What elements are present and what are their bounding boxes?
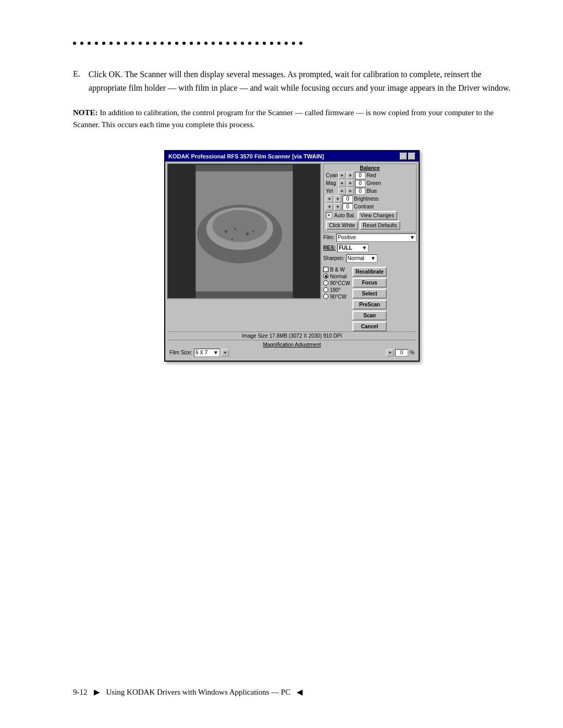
dot-30: [292, 42, 295, 45]
film-row: Film: Positive ▼: [323, 233, 417, 242]
deg180-radio[interactable]: [323, 287, 328, 292]
film-label: Film:: [323, 235, 335, 240]
normal-radio[interactable]: [323, 274, 328, 279]
mag-value: 0: [355, 180, 365, 187]
res-select[interactable]: FULL ▼: [337, 244, 369, 252]
mag-minus-btn[interactable]: +: [338, 180, 346, 187]
dot-26: [263, 42, 266, 45]
minimize-button[interactable]: −: [400, 153, 407, 160]
deg180-row: 180°: [323, 287, 350, 293]
red-channel-label: Red: [366, 172, 381, 178]
svg-rect-2: [293, 165, 320, 298]
dot-13: [168, 42, 171, 45]
step-e-label: E.: [73, 68, 80, 94]
maximize-button[interactable]: □: [408, 153, 415, 160]
bw-label: B & W: [330, 267, 345, 273]
res-label: RES:: [323, 245, 336, 251]
reset-defaults-btn[interactable]: Reset Defaults: [360, 221, 400, 230]
scan-btn[interactable]: Scan: [352, 311, 387, 320]
svg-point-7: [225, 230, 228, 233]
image-size-bar: Image Size 17.8MB (3072 X 2030) 910 DPI: [167, 331, 417, 340]
note-bold-prefix: NOTE:: [73, 108, 98, 117]
ccw90-label: 90°CCW: [330, 280, 350, 286]
green-channel-label: Green: [366, 180, 381, 186]
contrast-minus-btn[interactable]: +: [326, 203, 333, 211]
mag-plus-btn[interactable]: +: [347, 180, 354, 187]
mag-spacer: [230, 349, 238, 356]
contrast-plus-btn[interactable]: +: [334, 203, 341, 211]
dialog-titlebar: KODAK Professional RFS 3570 Film Scanner…: [165, 151, 419, 162]
balance-row-cyan: Cyan + + 0 Red: [326, 172, 414, 179]
recalibrate-btn[interactable]: Recalibrate: [352, 267, 387, 277]
scanner-dialog: KODAK Professional RFS 3570 Film Scanner…: [164, 150, 420, 362]
view-changes-btn[interactable]: View Changes: [358, 211, 397, 220]
cyan-plus-btn[interactable]: +: [347, 172, 354, 179]
prescan-btn[interactable]: PreScan: [352, 300, 387, 310]
dot-6: [117, 42, 120, 45]
mag-label: Mag: [326, 180, 337, 186]
mag-percent-input[interactable]: 0: [395, 349, 408, 356]
deg180-label: 180°: [330, 287, 341, 293]
dots-separator: [73, 42, 511, 45]
mag-end-btn[interactable]: +: [386, 349, 394, 356]
focus-btn[interactable]: Focus: [352, 278, 387, 288]
dialog-controls: − □: [400, 153, 415, 160]
autobal-label: Auto Bal.: [334, 213, 356, 218]
yel-label: Yel: [326, 188, 337, 194]
preview-svg: [168, 165, 320, 298]
dot-1: [80, 42, 83, 45]
film-size-value: 6 X 7: [195, 350, 207, 355]
image-inner: [168, 165, 320, 298]
res-row: RES: FULL ▼: [323, 244, 417, 252]
res-dropdown-arrow: ▼: [362, 245, 367, 251]
dot-0: [73, 42, 76, 45]
dot-3: [95, 42, 98, 45]
screenshot-container: KODAK Professional RFS 3570 Film Scanner…: [73, 150, 511, 362]
cw90-radio[interactable]: [323, 294, 328, 299]
contrast-value: 0: [342, 203, 353, 211]
bottom-controls: B & W Normal: [323, 267, 417, 331]
balance-section: Balance Cyan + + 0 Red: [323, 164, 417, 232]
film-size-select[interactable]: 6 X 7 ▼: [194, 349, 220, 357]
select-btn[interactable]: Select: [352, 289, 387, 299]
dot-27: [270, 42, 273, 45]
dot-4: [102, 42, 105, 45]
bw-checkbox[interactable]: [323, 267, 328, 272]
autobal-checkbox[interactable]: ✕: [326, 212, 332, 218]
svg-point-6: [212, 210, 267, 242]
svg-point-9: [246, 232, 249, 236]
yel-minus-btn[interactable]: +: [338, 188, 346, 195]
ccw90-radio[interactable]: [323, 280, 328, 286]
blue-channel-label: Blue: [366, 188, 381, 194]
mag-percent-value: 0: [400, 350, 403, 355]
dot-28: [277, 42, 280, 45]
dot-16: [190, 42, 193, 45]
footer-left-arrow: ▶: [94, 687, 100, 697]
film-size-arrow: ▼: [213, 350, 218, 355]
film-size-label: Film Size:: [169, 350, 192, 355]
film-select[interactable]: Positive ▼: [336, 233, 417, 242]
brightness-plus-btn[interactable]: +: [334, 195, 341, 203]
sharpen-select[interactable]: Normal ▼: [346, 254, 377, 263]
svg-rect-1: [168, 165, 195, 298]
dialog-main-row: Balance Cyan + + 0 Red: [167, 164, 417, 331]
dot-10: [146, 42, 149, 45]
page-footer: 9-12 ▶ Using KODAK Drivers with Windows …: [73, 677, 511, 697]
dot-25: [255, 42, 259, 45]
yel-plus-btn[interactable]: +: [347, 188, 354, 195]
dot-29: [285, 42, 288, 45]
brightness-minus-btn[interactable]: +: [326, 195, 333, 203]
mag-minus-btn[interactable]: +: [222, 349, 229, 356]
svg-point-8: [234, 228, 236, 230]
cancel-btn[interactable]: Cancel: [352, 322, 387, 331]
contrast-label: Contrast: [354, 204, 374, 209]
dot-19: [212, 42, 215, 45]
svg-point-11: [252, 230, 254, 232]
magnification-section: Magnification Adjustment Film Size: 6 X …: [167, 340, 417, 359]
dot-22: [234, 42, 237, 45]
dot-31: [299, 42, 302, 45]
dot-15: [182, 42, 186, 45]
cyan-minus-btn[interactable]: +: [338, 172, 346, 179]
click-white-btn[interactable]: Click White: [326, 221, 358, 230]
page-container: E. Click OK. The Scanner will then displ…: [0, 0, 563, 728]
